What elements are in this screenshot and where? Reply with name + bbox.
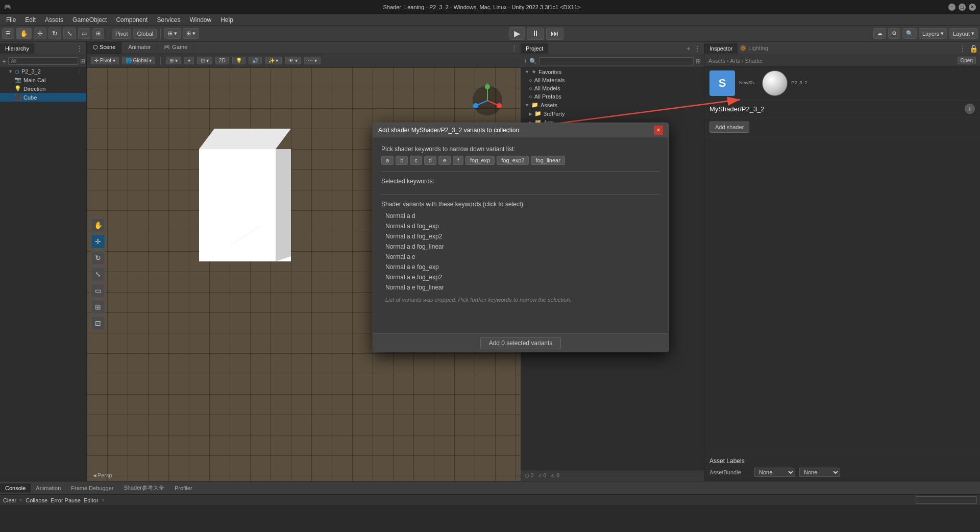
pivot-ctrl[interactable]: ✛ Pivot ▾: [91, 57, 119, 64]
grid-button[interactable]: ⊞ ▾: [183, 28, 199, 39]
transform-tool[interactable]: ⊞: [92, 28, 104, 39]
project-3rdparty[interactable]: ▶ 📁 3rdParty: [521, 109, 704, 118]
light-ctrl[interactable]: 💡: [232, 57, 246, 64]
scene-tab-menu[interactable]: ⋮: [508, 42, 521, 54]
dialog-close-button[interactable]: ×: [654, 126, 663, 135]
pivot-button[interactable]: Pivot: [112, 29, 131, 39]
project-search-btn[interactable]: 🔍: [529, 58, 537, 65]
audio-ctrl[interactable]: 🔊: [249, 57, 262, 64]
close-button[interactable]: ×: [969, 4, 976, 11]
play-button[interactable]: ▶: [509, 27, 525, 40]
axis-gizmo[interactable]: Y X Z: [470, 83, 505, 118]
keyword-a[interactable]: a: [381, 156, 394, 165]
menu-component[interactable]: Component: [112, 15, 152, 25]
tab-game[interactable]: 🎮 Game: [157, 42, 194, 54]
step-button[interactable]: ⏭: [546, 28, 564, 40]
variant-6[interactable]: Normal a e fog_exp2: [381, 272, 660, 282]
inspector-menu[interactable]: ⋮: [959, 44, 969, 53]
project-view-btn[interactable]: ⊞: [696, 58, 701, 65]
rotate-tool[interactable]: ↻: [48, 28, 61, 39]
variant-4[interactable]: Normal a e: [381, 252, 660, 262]
framedebugger-tab[interactable]: Frame Debugger: [66, 483, 118, 493]
menu-gameobject[interactable]: GameObject: [68, 15, 111, 25]
shader-ref-tab[interactable]: Shader参考大全: [118, 482, 169, 493]
global-ctrl[interactable]: 🌐 Global ▾: [122, 57, 155, 64]
project-all-prefabs[interactable]: ○ All Prefabs: [521, 92, 704, 101]
project-favorites[interactable]: ▼ ★ Favorites: [521, 67, 704, 76]
console-search-input[interactable]: [916, 496, 977, 504]
variant-2[interactable]: Normal a d fog_exp2: [381, 231, 660, 241]
nav-transform[interactable]: ⊞: [91, 300, 105, 314]
render-mode-ctrl[interactable]: ⊡ ▾: [197, 57, 212, 64]
nav-rotate[interactable]: ↻: [91, 251, 105, 265]
asset-bundle-select[interactable]: None: [754, 468, 795, 477]
hierarchy-item-maincam[interactable]: 📷 Main Cal: [0, 76, 86, 84]
asset-bundle-select2[interactable]: None: [799, 468, 840, 477]
project-tab[interactable]: Project: [521, 43, 548, 54]
collab-button[interactable]: ☁: [873, 28, 886, 39]
transform-tools[interactable]: ✋: [16, 28, 32, 39]
keyword-fog-linear[interactable]: fog_linear: [531, 156, 565, 165]
menu-window[interactable]: Window: [185, 15, 215, 25]
nav-hand[interactable]: ✋: [91, 218, 105, 232]
rect-tool[interactable]: ▭: [78, 28, 90, 39]
snap-ctrl[interactable]: ⊞ ▾: [166, 57, 181, 64]
project-search-bar[interactable]: [539, 57, 694, 65]
menu-edit[interactable]: Edit: [21, 15, 40, 25]
add-shader-button[interactable]: Add shader: [709, 122, 749, 133]
lighting-tab[interactable]: 🔆 Lighting: [738, 45, 770, 52]
sphere-preview[interactable]: [762, 70, 788, 96]
project-assets[interactable]: ▼ 📁 Assets: [521, 101, 704, 109]
variant-3[interactable]: Normal a d fog_linear: [381, 241, 660, 252]
minimize-button[interactable]: −: [948, 4, 955, 11]
profiler-tab[interactable]: Profiler: [169, 483, 198, 493]
global-button[interactable]: Global: [133, 29, 157, 39]
tab-animator[interactable]: Animator: [122, 42, 157, 54]
hierarchy-more[interactable]: ⊞: [80, 58, 85, 65]
menu-file[interactable]: File: [2, 15, 20, 25]
project-all-models[interactable]: ○ All Models: [521, 84, 704, 92]
hierarchy-item-cube[interactable]: ⬛ Cube: [0, 93, 86, 102]
keyword-d[interactable]: d: [424, 156, 436, 165]
variant-0[interactable]: Normal a d: [381, 211, 660, 221]
layers-button[interactable]: Layers ▾: [919, 28, 947, 39]
error-pause-btn[interactable]: Error Pause: [51, 497, 81, 503]
keyword-b[interactable]: b: [396, 156, 408, 165]
keyword-e[interactable]: e: [438, 156, 451, 165]
hierarchy-menu[interactable]: ⋮: [76, 44, 86, 53]
editor-btn[interactable]: Editor: [84, 497, 99, 503]
variant-7[interactable]: Normal a e fog_linear: [381, 282, 660, 293]
menu-help[interactable]: Help: [216, 15, 237, 25]
search-button[interactable]: 🔍: [902, 28, 917, 39]
project-add-btn[interactable]: +: [524, 58, 527, 65]
add-selected-button[interactable]: Add 0 selected variants: [480, 337, 561, 349]
menu-services[interactable]: Services: [153, 15, 184, 25]
open-button[interactable]: Open: [958, 57, 976, 64]
keyword-fog-exp2[interactable]: fog_exp2: [497, 156, 529, 165]
pause-button[interactable]: ⏸: [527, 28, 544, 40]
layout-button[interactable]: Layout ▾: [949, 28, 978, 39]
hand-tool-button[interactable]: ☰: [2, 28, 14, 39]
view-ctrl[interactable]: ▾: [184, 57, 194, 64]
keyword-f[interactable]: f: [453, 156, 463, 165]
collapse-btn[interactable]: Collapse: [26, 497, 47, 503]
hierarchy-item-p2[interactable]: ▼ ⬡ P2_3_2 ⋮: [0, 67, 86, 76]
account-button[interactable]: ⚙: [888, 28, 900, 39]
shader-icon-newsh[interactable]: S: [709, 70, 735, 96]
hidden-ctrl[interactable]: 👁 ▾: [285, 57, 301, 64]
effects-ctrl[interactable]: ✨ ▾: [265, 57, 282, 64]
variant-5[interactable]: Normal a e fog_exp: [381, 262, 660, 272]
keyword-c[interactable]: c: [410, 156, 422, 165]
shader-dialog[interactable]: Add shader MyShader/P2_3_2 variants to c…: [373, 123, 669, 352]
more-ctrl[interactable]: ⋯ ▾: [304, 57, 321, 64]
nav-rect[interactable]: ▭: [91, 283, 105, 298]
project-all-materials[interactable]: ○ All Materials: [521, 76, 704, 84]
hierarchy-search[interactable]: [8, 57, 78, 65]
animation-tab[interactable]: Animation: [31, 483, 66, 493]
tab-scene[interactable]: ⬡ Scene: [87, 42, 122, 54]
menu-assets[interactable]: Assets: [41, 15, 67, 25]
maximize-button[interactable]: □: [959, 4, 966, 11]
hierarchy-tab[interactable]: Hierarchy: [0, 43, 34, 54]
project-add[interactable]: +: [683, 44, 694, 53]
console-tab[interactable]: Console: [0, 483, 31, 493]
